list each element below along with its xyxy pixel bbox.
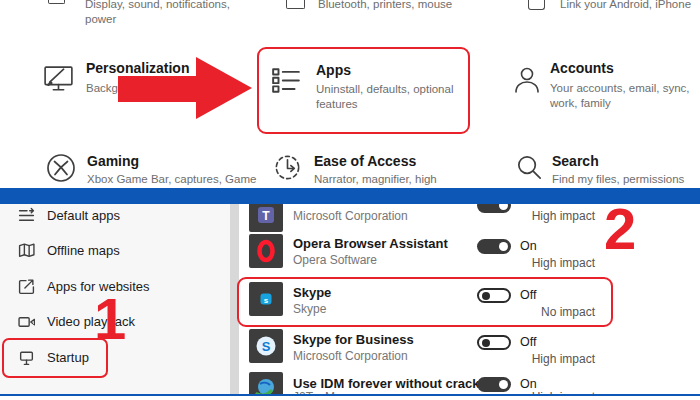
red-arrow-head xyxy=(196,57,252,119)
ease-of-access-tile-subtitle: Narrator, magnifier, high xyxy=(314,172,437,187)
svg-text:s: s xyxy=(264,296,269,305)
startup-app-publisher: Opera Software xyxy=(293,253,377,267)
skype-business-app-icon: S xyxy=(249,329,283,363)
step-1-annotation: 1 xyxy=(94,293,126,345)
apps-for-websites-icon xyxy=(18,278,35,295)
startup-toggle[interactable] xyxy=(477,288,511,303)
toggle-state-label: On xyxy=(520,377,537,391)
svg-text:T: T xyxy=(262,209,270,223)
toggle-state-label: On xyxy=(520,239,537,253)
ease-of-access-tile-title: Ease of Access xyxy=(314,153,416,169)
skype-app-icon: s xyxy=(249,282,283,316)
phone-tile-subtitle: Link your Android, iPhone xyxy=(560,0,691,12)
startup-impact-label: High impact xyxy=(455,256,595,270)
gaming-tile-title: Gaming xyxy=(87,153,139,169)
settings-screenshot: Display, sound, notifications, power Blu… xyxy=(0,0,700,400)
devices-tile-subtitle: Bluetooth, printers, mouse xyxy=(318,0,452,12)
startup-impact-label: High impact xyxy=(455,209,595,223)
gaming-tile-subtitle: Xbox Game Bar, captures, Game xyxy=(87,172,256,187)
apps-tile-subtitle: Uninstall, defaults, optional features xyxy=(316,82,474,112)
personalization-tile-title: Personalization xyxy=(86,60,189,76)
system-tile-subtitle: Display, sound, notifications, power xyxy=(85,0,260,27)
toggle-state-label: Off xyxy=(520,288,536,302)
startup-toggle[interactable] xyxy=(477,335,511,350)
accounts-tile-title: Accounts xyxy=(550,60,614,76)
startup-app-publisher: Microsoft Corporation xyxy=(293,209,408,223)
system-icon-fragment xyxy=(48,0,65,4)
apps-icon xyxy=(271,66,301,96)
search-tile-title: Search xyxy=(552,153,599,169)
opera-app-icon xyxy=(249,234,283,268)
ease-of-access-icon xyxy=(272,152,303,183)
phone-icon-fragment xyxy=(528,0,545,10)
offline-maps-icon xyxy=(18,242,35,259)
video-playback-icon xyxy=(18,313,35,330)
sidebar-label-startup: Startup xyxy=(47,350,89,365)
search-icon xyxy=(514,152,545,183)
startup-app-name: Skype for Business xyxy=(293,332,414,347)
startup-icon xyxy=(18,349,35,366)
bottom-white-strip xyxy=(0,396,700,400)
red-arrow-annotation xyxy=(118,76,198,102)
search-tile-subtitle: Find my files, permissions xyxy=(552,172,684,187)
step-2-annotation: 2 xyxy=(604,203,636,255)
startup-app-name: Skype xyxy=(293,285,331,300)
bottom-blue-line xyxy=(0,394,700,396)
default-apps-icon xyxy=(18,207,35,224)
startup-toggle[interactable] xyxy=(477,239,511,254)
startup-app-name: Use IDM forever without cracking xyxy=(293,376,499,391)
blue-divider-bar xyxy=(0,188,700,204)
svg-text:S: S xyxy=(262,339,271,354)
toggle-state-label: Off xyxy=(520,335,536,349)
apps-tile-title: Apps xyxy=(316,62,351,78)
personalization-tile-subtitle-left: Backg xyxy=(86,81,118,96)
startup-app-publisher: Microsoft Corporation xyxy=(293,349,408,363)
devices-icon-fragment xyxy=(286,0,305,9)
startup-impact-label: No impact xyxy=(455,305,595,319)
content-scrollbar[interactable] xyxy=(230,204,239,394)
sidebar-label-offline-maps: Offline maps xyxy=(47,243,120,258)
accounts-icon xyxy=(511,62,543,98)
gaming-icon xyxy=(45,152,77,184)
startup-impact-label: High impact xyxy=(455,352,595,366)
sidebar-label-default-apps: Default apps xyxy=(47,208,120,223)
personalization-icon xyxy=(42,62,75,97)
startup-app-publisher: Skype xyxy=(293,302,326,316)
startup-app-name: Opera Browser Assistant xyxy=(293,236,448,251)
accounts-tile-subtitle: Your accounts, email, sync, work, family xyxy=(550,81,700,111)
